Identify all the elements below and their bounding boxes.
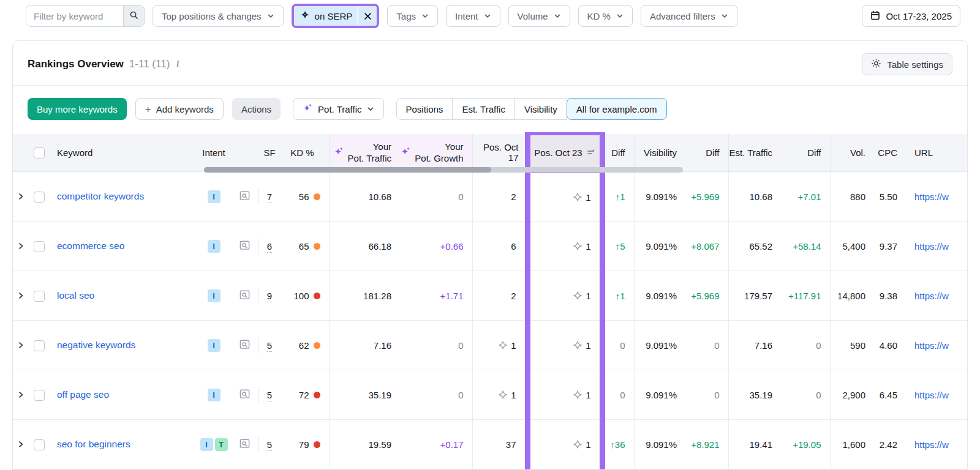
- pot-traffic-value: 35.19: [329, 370, 400, 420]
- expand-row-icon[interactable]: [17, 292, 24, 299]
- col-pos-current[interactable]: Pos. Oct 23: [527, 134, 602, 172]
- url-link[interactable]: https://w: [914, 241, 949, 252]
- col-visibility-diff[interactable]: Diff: [685, 134, 728, 172]
- expand-row-icon[interactable]: [17, 441, 24, 448]
- select-all-checkbox[interactable]: [34, 147, 45, 159]
- filter-kd-dropdown[interactable]: KD %: [578, 5, 633, 27]
- serp-features-icon[interactable]: [239, 338, 251, 350]
- serp-features-count[interactable]: 5: [267, 439, 272, 451]
- col-cpc[interactable]: CPC: [874, 134, 906, 172]
- intent-badge-informational: I: [208, 389, 221, 401]
- cpc-value: 9.37: [874, 222, 906, 271]
- row-checkbox[interactable]: [34, 291, 45, 302]
- table-settings-label: Table settings: [887, 59, 943, 70]
- expand-row-icon[interactable]: [17, 391, 24, 398]
- tab-est-traffic[interactable]: Est. Traffic: [453, 98, 515, 120]
- url-link[interactable]: https://w: [914, 192, 949, 202]
- table-row: negative keywords I 5 62 7.16 0 1 1 0 9.…: [13, 321, 967, 370]
- row-checkbox[interactable]: [34, 241, 45, 252]
- kd-value: 72: [299, 390, 309, 400]
- filter-intent-dropdown[interactable]: Intent: [446, 5, 500, 27]
- horizontal-scrollbar[interactable]: [204, 167, 683, 173]
- col-pot-traffic[interactable]: YourPot. Traffic: [329, 134, 400, 172]
- add-keywords-button[interactable]: + Add keywords: [135, 98, 224, 120]
- url-link[interactable]: https://w: [914, 340, 949, 351]
- table-row: seo for beginners IT 5 79 19.59 +0.17 37…: [13, 420, 967, 469]
- tab-visibility[interactable]: Visibility: [515, 98, 567, 120]
- serp-features-count[interactable]: 7: [267, 192, 272, 203]
- chevron-down-icon: [267, 12, 274, 20]
- scrollbar-thumb[interactable]: [204, 167, 491, 173]
- serp-features-icon[interactable]: [239, 190, 251, 201]
- col-est-traffic-diff[interactable]: Diff: [781, 134, 830, 172]
- col-sf[interactable]: SF: [258, 134, 281, 172]
- col-diff[interactable]: Diff: [602, 134, 634, 172]
- date-range-button[interactable]: Oct 17-23, 2025: [862, 5, 960, 27]
- row-checkbox[interactable]: [34, 192, 45, 203]
- keyword-link[interactable]: negative keywords: [57, 340, 135, 350]
- url-link[interactable]: https://w: [914, 390, 949, 400]
- serp-features-count[interactable]: 9: [267, 291, 272, 302]
- serp-features-icon[interactable]: [239, 438, 251, 449]
- serp-chip-label: on SERP: [315, 11, 353, 21]
- filter-top-positions-dropdown[interactable]: Top positions & changes: [153, 5, 284, 27]
- pos-prev-value: 1: [473, 390, 525, 400]
- serp-features-icon[interactable]: [239, 289, 251, 300]
- serp-features-count[interactable]: 6: [267, 241, 272, 253]
- filter-advanced-dropdown[interactable]: Advanced filters: [641, 5, 737, 27]
- expand-row-icon[interactable]: [17, 242, 24, 250]
- filter-label: Advanced filters: [650, 11, 715, 21]
- keyword-link[interactable]: local seo: [57, 290, 94, 300]
- serp-features-count[interactable]: 5: [267, 340, 272, 352]
- row-checkbox[interactable]: [34, 439, 45, 450]
- buy-more-keywords-button[interactable]: Buy more keywords: [28, 98, 127, 120]
- table-row: competitor keywords I 7 56 10.68 0 2 1 ↑…: [13, 172, 967, 222]
- view-tabs: Positions Est. Traffic Visibility All fo…: [396, 98, 667, 120]
- actions-button[interactable]: Actions: [232, 98, 281, 120]
- expand-row-icon[interactable]: [17, 193, 24, 200]
- serp-filter-chip[interactable]: on SERP: [294, 6, 377, 26]
- kd-value: 62: [299, 340, 309, 351]
- row-checkbox[interactable]: [34, 390, 45, 401]
- col-pos-prev[interactable]: Pos. Oct 17: [472, 134, 527, 172]
- table-settings-button[interactable]: Table settings: [862, 53, 952, 75]
- rankings-overview-panel: Rankings Overview 1-11 (11) i Table sett…: [12, 40, 968, 470]
- filter-tags-dropdown[interactable]: Tags: [387, 5, 438, 27]
- row-checkbox[interactable]: [34, 340, 45, 351]
- volume-value: 880: [830, 172, 874, 222]
- keyword-link[interactable]: competitor keywords: [57, 191, 144, 201]
- keyword-filter: [26, 5, 145, 27]
- est-traffic-value: 10.68: [728, 172, 781, 222]
- col-volume[interactable]: Vol.: [830, 134, 874, 172]
- keyword-link[interactable]: off page seo: [57, 389, 109, 400]
- keyword-filter-input[interactable]: [26, 6, 123, 26]
- col-keyword[interactable]: Keyword: [50, 134, 197, 172]
- url-link[interactable]: https://w: [914, 291, 949, 301]
- url-link[interactable]: https://w: [914, 439, 949, 450]
- filter-volume-dropdown[interactable]: Volume: [508, 5, 570, 27]
- remove-serp-filter-icon[interactable]: [357, 6, 377, 26]
- position-diff-up: ↑5: [616, 241, 625, 252]
- serp-features-icon[interactable]: [239, 388, 251, 400]
- col-visibility[interactable]: Visibility: [634, 134, 685, 172]
- serp-features-icon[interactable]: [239, 239, 251, 251]
- keyword-link[interactable]: ecommerce seo: [57, 241, 124, 251]
- col-intent[interactable]: Intent: [197, 134, 231, 172]
- col-kd[interactable]: KD %: [281, 134, 329, 172]
- search-icon: [129, 10, 138, 21]
- info-icon[interactable]: i: [176, 59, 179, 69]
- sparkle-icon: [303, 103, 313, 115]
- search-button[interactable]: [123, 6, 144, 26]
- keyword-link[interactable]: seo for beginners: [57, 439, 130, 449]
- tab-all-for-domain[interactable]: All for example.com: [567, 98, 667, 120]
- expand-row-icon[interactable]: [17, 341, 24, 349]
- tab-positions[interactable]: Positions: [396, 98, 453, 120]
- pos-current-value: 1: [530, 291, 600, 301]
- metric-dropdown-button[interactable]: Pot. Traffic: [293, 98, 383, 120]
- kd-dot-icon: [314, 392, 320, 398]
- serp-features-count[interactable]: 5: [267, 390, 272, 401]
- col-est-traffic[interactable]: Est. Traffic: [728, 134, 781, 172]
- col-url[interactable]: URL: [906, 134, 967, 172]
- est-traffic-value: 35.19: [728, 370, 781, 420]
- col-pot-growth[interactable]: YourPot. Growth: [400, 134, 472, 172]
